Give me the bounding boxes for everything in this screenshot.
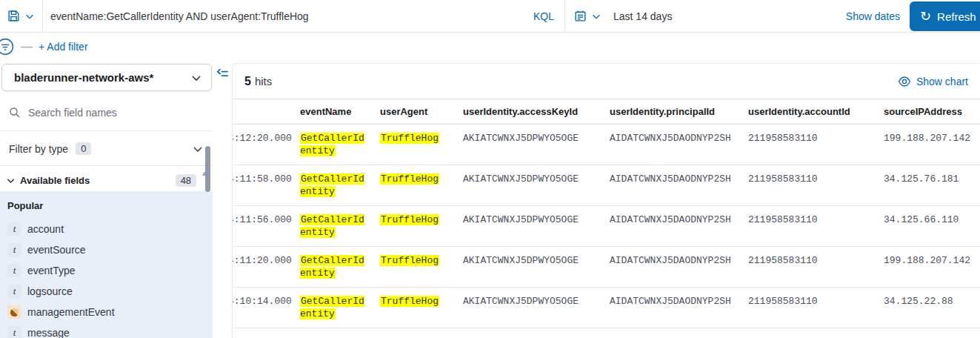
- column-header[interactable]: userIdentity.principalId: [605, 106, 744, 117]
- field-type-icon: t: [7, 285, 21, 298]
- table-body: 4:12:20.000 GetCallerIdentity TruffleHog…: [233, 125, 980, 328]
- chevron-down-icon[interactable]: [591, 11, 601, 21]
- field-list-item[interactable]: t message: [7, 322, 205, 338]
- column-header[interactable]: eventName: [296, 106, 376, 117]
- show-chart-label: Show chart: [916, 76, 968, 87]
- calendar-icon[interactable]: [574, 10, 587, 22]
- save-query-icon[interactable]: [7, 10, 20, 22]
- available-fields-count-badge: 48: [176, 174, 196, 187]
- table-header-row: eventName userAgent userIdentity.accessK…: [233, 99, 980, 125]
- cell-source-ip: 34.125.76.181: [879, 165, 980, 205]
- field-name: account: [27, 223, 64, 235]
- table-row[interactable]: 4:11:58.000 GetCallerIdentity TruffleHog…: [233, 165, 980, 206]
- cell-event-name: GetCallerIdentity: [296, 125, 373, 165]
- sidebar-scrollbar-thumb[interactable]: [205, 146, 210, 192]
- cell-user-agent: TruffleHog: [376, 288, 459, 328]
- field-type-icon: t: [7, 264, 21, 277]
- query-bar: eventName:GetCallerIdentity AND userAgen…: [0, 0, 980, 33]
- column-header[interactable]: userIdentity.accountId: [744, 106, 879, 117]
- cell-user-agent: TruffleHog: [376, 125, 459, 165]
- cell-user-agent: TruffleHog: [376, 206, 459, 246]
- cell-event-name: GetCallerIdentity: [296, 165, 373, 205]
- cell-principal-id: AIDATCWNXJ5DAODNYP2SH: [605, 288, 744, 328]
- field-search-placeholder: Search field names: [28, 107, 117, 119]
- show-dates-button[interactable]: Show dates: [846, 0, 900, 33]
- filter-divider: —: [21, 40, 33, 53]
- date-picker[interactable]: Last 14 days: [565, 0, 681, 32]
- cell-source-ip: 199.188.207.142: [879, 125, 980, 165]
- query-language-button[interactable]: KQL: [523, 0, 565, 32]
- add-filter-button[interactable]: + Add filter: [39, 41, 88, 53]
- cell-access-key-id: AKIATCWNXJ5DPWYO5OGE: [459, 125, 605, 165]
- cell-access-key-id: AKIATCWNXJ5DPWYO5OGE: [459, 165, 605, 205]
- search-icon: [9, 107, 21, 119]
- column-header[interactable]: sourceIPAddress: [879, 106, 980, 117]
- cell-source-ip: 34.125.66.110: [879, 206, 980, 246]
- chevron-down-icon[interactable]: [24, 11, 35, 21]
- filter-by-type-label: Filter by type: [9, 143, 68, 155]
- cell-user-agent: TruffleHog: [376, 165, 459, 205]
- field-name: eventType: [27, 265, 76, 276]
- chevron-down-icon: [192, 143, 204, 155]
- table-row[interactable]: 4:11:56.000 GetCallerIdentity TruffleHog…: [233, 206, 980, 247]
- cell-source-ip: 34.125.22.88: [879, 288, 980, 328]
- column-header[interactable]: userIdentity.accessKeyId: [459, 106, 605, 117]
- cell-principal-id: AIDATCWNXJ5DAODNYP2SH: [605, 247, 744, 287]
- cell-event-name: GetCallerIdentity: [296, 206, 373, 246]
- field-search-input[interactable]: Search field names: [0, 94, 213, 131]
- chevron-down-icon: [190, 72, 202, 84]
- field-name: eventSource: [27, 244, 86, 256]
- table-row[interactable]: 4:10:14.000 GetCallerIdentity TruffleHog…: [233, 288, 980, 328]
- field-type-icon: t: [7, 222, 21, 236]
- field-list-item[interactable]: managementEvent: [7, 302, 205, 322]
- search-query-input[interactable]: eventName:GetCallerIdentity AND userAgen…: [43, 0, 523, 32]
- index-pattern-selector[interactable]: bladerunner-network-aws*: [1, 64, 212, 91]
- collapse-sidebar-icon[interactable]: [216, 67, 230, 81]
- filter-by-type-button[interactable]: Filter by type 0: [0, 132, 213, 166]
- cell-time: 4:10:14.000: [233, 288, 296, 328]
- cell-user-agent: TruffleHog: [376, 247, 459, 287]
- refresh-label: Refresh: [937, 10, 976, 23]
- cell-time: 4:11:58.000: [233, 165, 296, 205]
- cell-event-name: GetCallerIdentity: [296, 247, 373, 287]
- chevron-down-icon: [6, 176, 16, 185]
- hits-label: hits: [255, 75, 272, 87]
- cell-account-id: 211958583110: [744, 288, 879, 328]
- cell-access-key-id: AKIATCWNXJ5DPWYO5OGE: [459, 206, 605, 246]
- show-chart-button[interactable]: Show chart: [898, 75, 968, 88]
- cell-time: 4:11:20.000: [233, 247, 296, 287]
- table-row[interactable]: 4:12:20.000 GetCallerIdentity TruffleHog…: [233, 125, 980, 165]
- cell-account-id: 211958583110: [744, 206, 879, 246]
- field-type-icon: t: [7, 243, 21, 256]
- cell-account-id: 211958583110: [744, 165, 879, 205]
- field-type-icon: t: [7, 326, 21, 338]
- cell-account-id: 211958583110: [744, 247, 879, 287]
- field-list-item[interactable]: t eventSource: [7, 239, 205, 260]
- date-range-value[interactable]: Last 14 days: [606, 10, 672, 22]
- results-panel: 5 hits Show chart eventName userAgent us…: [232, 63, 980, 338]
- cell-account-id: 211958583110: [744, 125, 879, 165]
- cell-source-ip: 199.188.207.142: [879, 247, 980, 287]
- cell-time: 4:12:20.000: [233, 125, 296, 165]
- filter-funnel-icon[interactable]: [0, 37, 15, 56]
- cell-principal-id: AIDATCWNXJ5DAODNYP2SH: [605, 206, 744, 246]
- table-row[interactable]: 4:11:20.000 GetCallerIdentity TruffleHog…: [233, 247, 980, 288]
- available-fields-header[interactable]: Available fields 48 ▲: [0, 169, 213, 191]
- hits-bar: 5 hits Show chart: [233, 64, 980, 99]
- field-name: managementEvent: [27, 306, 115, 318]
- field-list-item[interactable]: t logsource: [7, 281, 205, 302]
- field-list-item[interactable]: t account: [7, 219, 205, 239]
- saved-query-menu[interactable]: [0, 0, 43, 32]
- filter-by-type-count-badge: 0: [76, 142, 91, 155]
- popular-fields: t account t eventSource t eventType t lo…: [7, 219, 205, 338]
- field-type-icon: [7, 305, 21, 319]
- cell-access-key-id: AKIATCWNXJ5DPWYO5OGE: [459, 288, 605, 328]
- field-list-item[interactable]: t eventType: [7, 260, 205, 281]
- refresh-button[interactable]: ↻ Refresh: [910, 1, 980, 31]
- filter-bar: — + Add filter: [0, 33, 980, 61]
- column-header[interactable]: userAgent: [376, 106, 459, 117]
- available-fields-label: Available fields: [20, 175, 90, 186]
- cell-principal-id: AIDATCWNXJ5DAODNYP2SH: [605, 125, 744, 165]
- hits-count: 5: [244, 75, 251, 88]
- fields-sidebar: bladerunner-network-aws* Search field na…: [0, 61, 213, 338]
